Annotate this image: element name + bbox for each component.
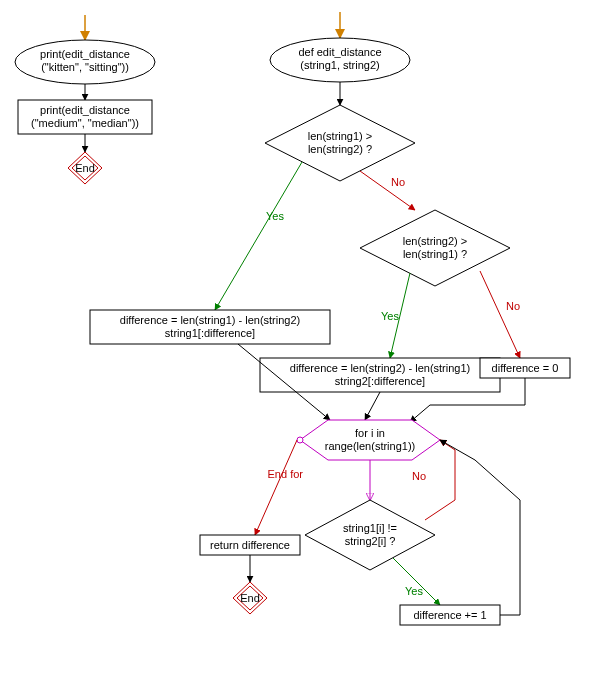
edge-c1-no: [360, 171, 415, 210]
edge-c3-yes: [393, 558, 440, 605]
loop-exit-port: [297, 437, 303, 443]
flowchart-canvas: print(edit_distance ("kitten", "sitting"…: [0, 0, 594, 678]
edge-c2-no: [480, 271, 520, 358]
node-m2-text-l2: ("medium", "median")): [31, 117, 139, 129]
label-c1-yes: Yes: [266, 210, 284, 222]
node-c1-l1: len(string1) >: [308, 130, 373, 142]
edge-c1-yes: [215, 162, 302, 310]
label-loop-endfor: End for: [268, 468, 304, 480]
node-loop-l1: for i in: [355, 427, 385, 439]
label-c1-no: No: [391, 176, 405, 188]
node-m2-text-l1: print(edit_distance: [40, 104, 130, 116]
node-mend: End: [68, 152, 102, 184]
func-subchart: def edit_distance (string1, string2) len…: [90, 12, 570, 625]
node-c3-l2: string2[i] ?: [345, 535, 396, 547]
node-fend: End: [233, 582, 267, 614]
node-f0-l1: def edit_distance: [298, 46, 381, 58]
edge-loop-endfor: [255, 440, 297, 535]
node-c2-l1: len(string2) >: [403, 235, 468, 247]
node-pC-text: difference = 0: [492, 362, 559, 374]
node-c3-l1: string1[i] !=: [343, 522, 397, 534]
node-pB-l1: difference = len(string2) - len(string1): [290, 362, 470, 374]
label-c2-yes: Yes: [381, 310, 399, 322]
label-c2-no: No: [506, 300, 520, 312]
label-c3-no: No: [412, 470, 426, 482]
node-pInc-text: difference += 1: [413, 609, 486, 621]
node-c2-l2: len(string1) ?: [403, 248, 467, 260]
node-mend-text: End: [75, 162, 95, 174]
node-m1-text-l1: print(edit_distance: [40, 48, 130, 60]
node-pB-l2: string2[:difference]: [335, 375, 425, 387]
edge-pB-loop: [365, 392, 380, 420]
node-loop-l2: range(len(string1)): [325, 440, 415, 452]
label-c3-yes: Yes: [405, 585, 423, 597]
edge-c3-no: [425, 440, 455, 520]
node-pA-l1: difference = len(string1) - len(string2): [120, 314, 300, 326]
node-c1-l2: len(string2) ?: [308, 143, 372, 155]
main-subchart: print(edit_distance ("kitten", "sitting"…: [15, 15, 155, 184]
node-f0-l2: (string1, string2): [300, 59, 379, 71]
node-fend-text: End: [240, 592, 260, 604]
node-pA-l2: string1[:difference]: [165, 327, 255, 339]
node-pRet-text: return difference: [210, 539, 290, 551]
edge-pInc-loop: [440, 440, 520, 615]
node-m1-text-l2: ("kitten", "sitting")): [41, 61, 129, 73]
